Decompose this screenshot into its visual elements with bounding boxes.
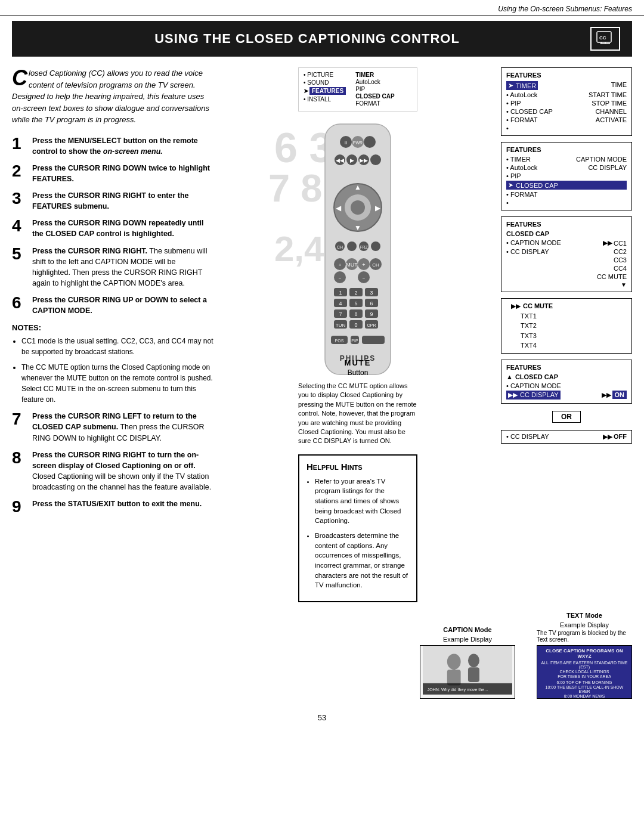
format-value: ACTIVATE: [596, 116, 627, 123]
tv-icon: CC: [596, 30, 615, 47]
svg-text:POS: POS: [335, 339, 344, 343]
menu3-ccdisplay: • CC DISPLAY CC2: [506, 248, 627, 255]
svg-point-17: [370, 154, 381, 165]
text-mode-line1: ALL ITEMS ARE EASTERN STANDARD TIME (EST…: [540, 661, 629, 669]
cc3-label: CC3: [614, 256, 627, 264]
menu3-cc4: CC4: [506, 265, 627, 272]
helpful-hints-box: Helpful Hints Refer to your area's TV pr…: [298, 454, 417, 602]
notes-section: NOTES: CC1 mode is the usual setting. CC…: [12, 323, 215, 405]
features-diagram: • PICTURE • SOUND ➤FEATURES • INSTALL TI…: [298, 67, 417, 112]
menu3-title: FEATURES: [506, 221, 627, 228]
menu2-empty: •: [506, 199, 627, 206]
step-text-6: Press the CURSOR RING UP or DOWN to sele…: [32, 295, 215, 316]
menu2-autolock: • AutoLock CC DISPLAY: [506, 164, 627, 171]
menu2-title: FEATURES: [506, 146, 627, 153]
arrow-icon-3: ▶▶: [508, 391, 518, 399]
menu2-closedcap: ➤ CLOSED CAP: [506, 181, 627, 190]
step-9: 9 Press the STATUS/EXIT button to exit t…: [12, 498, 215, 515]
step-text-1: Press the MENU/SELECT button on the remo…: [32, 135, 215, 157]
svg-text:CH: CH: [372, 262, 379, 268]
txt1-item: TXT1: [511, 311, 627, 321]
svg-point-30: [371, 241, 380, 251]
or-section: OR: [501, 411, 632, 423]
cc1-label: CC1: [614, 240, 627, 247]
svg-text:▼: ▼: [354, 224, 361, 232]
intro-body: losed Captioning (CC) allows you to read…: [12, 69, 209, 124]
menu4-subtitle: CLOSED CAP: [515, 373, 558, 380]
svg-text:6: 6: [370, 301, 373, 306]
close-caption-header: CLOSE CAPTION PROGRAMS ON WXYZ: [540, 648, 629, 659]
step-2: 2 Press the CURSOR RING DOWN twice to hi…: [12, 163, 215, 184]
menu-sound: • SOUND: [304, 79, 346, 86]
steps-lower: 7 Press the CURSOR RING LEFT to return t…: [12, 411, 215, 515]
menu1-format: • FORMAT ACTIVATE: [506, 116, 627, 123]
svg-point-74: [447, 654, 461, 670]
txt3-text: TXT3: [521, 331, 537, 341]
menu2-autolock-value: CC DISPLAY: [588, 164, 627, 171]
on-label: ON: [612, 391, 627, 399]
hints-title: Helpful Hints: [306, 462, 409, 472]
bottom-section: CAPTION Mode Example Display JOHN: Why d…: [0, 608, 644, 708]
mute-section: MUTE Button: [345, 356, 371, 377]
svg-text:JOHN: Why did they move the...: JOHN: Why did they move the...: [428, 688, 488, 692]
step-text-8: Press the CURSOR RING RIGHT to turn the …: [32, 450, 215, 493]
step-text-5: Press the CURSOR RING RIGHT. The submenu…: [32, 246, 215, 289]
timer-text: TIMER: [516, 82, 536, 89]
autolock-text: • AutoLock: [506, 91, 537, 98]
svg-text:II: II: [345, 140, 347, 145]
step-num-9: 9: [12, 498, 27, 515]
arrow-right-icon: ▶▶: [603, 239, 612, 247]
menu3-caption-value: ▶▶ CC1: [603, 239, 627, 247]
svg-text:MUT: MUT: [346, 262, 358, 268]
svg-point-76: [468, 654, 479, 668]
menu4-ccdisplay-text: CC DISPLAY: [520, 391, 559, 398]
cc2-label: CC2: [614, 248, 627, 255]
txt4-item: TXT4: [511, 340, 627, 351]
arrow-icon-2: ➤: [508, 181, 513, 189]
menu4-on-value: ▶▶ ON: [602, 391, 627, 399]
menu1-timer-highlighted: ➤ TIMER: [506, 81, 538, 90]
text-schedule-3: 8:00 MONDAY NEWS: [540, 694, 629, 698]
svg-text:1: 1: [339, 290, 342, 296]
svg-text:PIP: PIP: [351, 339, 358, 343]
step-4: 4 Press the CURSOR RING DOWN repeatedly …: [12, 218, 215, 239]
menu4-ccdisplay-highlighted: ▶▶ CC DISPLAY: [506, 391, 561, 400]
step-num-7: 7: [12, 411, 27, 428]
step-num-4: 4: [12, 218, 27, 234]
menu1-autolock: • AutoLock START TIME: [506, 91, 627, 98]
off-label: OFF: [614, 433, 627, 440]
text-mode-image: CLOSE CAPTION PROGRAMS ON WXYZ ALL ITEMS…: [537, 645, 632, 699]
left-column: C losed Captioning (CC) allows you to re…: [12, 67, 215, 602]
step-1: 1 Press the MENU/SELECT button on the re…: [12, 135, 215, 157]
cc4-label: CC4: [614, 265, 627, 272]
menu3-subtitle: CLOSED CAP: [506, 230, 627, 237]
autolock-label: AutoLock: [355, 79, 395, 85]
menu5-ccdisplay: • CC DISPLAY ▶▶ OFF: [506, 433, 627, 441]
svg-text:◀: ◀: [336, 204, 342, 212]
arrow-right-cc: ▶▶: [511, 301, 521, 311]
format-label: FORMAT: [355, 100, 395, 107]
note-2: The CC MUTE option turns the Closed Capt…: [21, 362, 215, 405]
svg-text:3: 3: [370, 290, 373, 296]
svg-text:8: 8: [354, 311, 357, 317]
menu2-closedcap-text: CLOSED CAP: [516, 182, 558, 189]
step-text-9: Press the STATUS/EXIT button to exit the…: [32, 498, 202, 509]
svg-text:+: +: [339, 262, 342, 268]
up-arrow-icon: ▲: [506, 373, 513, 380]
menu1-closedcap: • CLOSED CAP CHANNEL: [506, 108, 627, 115]
text-subtitle: Example Display: [537, 621, 632, 628]
text-schedule-4: 1:30 AS YOUR LIFE TURNS MY WORLD AROUND: [540, 699, 629, 707]
closedcap-label: CLOSED CAP: [355, 93, 395, 100]
main-content: C losed Captioning (CC) allows you to re…: [0, 61, 644, 608]
svg-point-27: [347, 241, 357, 251]
caption-image: JOHN: Why did they move the...: [420, 645, 515, 699]
right-menu-col: TIMER AutoLock PIP CLOSED CAP FORMAT: [355, 72, 395, 107]
step-3: 3 Press the CURSOR RING RIGHT to enter t…: [12, 190, 215, 212]
menu2-pip: • PIP: [506, 172, 627, 179]
menu-box-2: FEATURES • TIMER CAPTION MODE • AutoLock…: [501, 142, 632, 210]
mute-label: MUTE: [345, 358, 371, 367]
menu2-timer: • TIMER CAPTION MODE: [506, 156, 627, 163]
menu-install: • INSTALL: [304, 96, 346, 103]
svg-point-20: [351, 200, 365, 215]
menu-box-1: FEATURES ➤ TIMER TIME • AutoLock START T…: [501, 67, 632, 136]
